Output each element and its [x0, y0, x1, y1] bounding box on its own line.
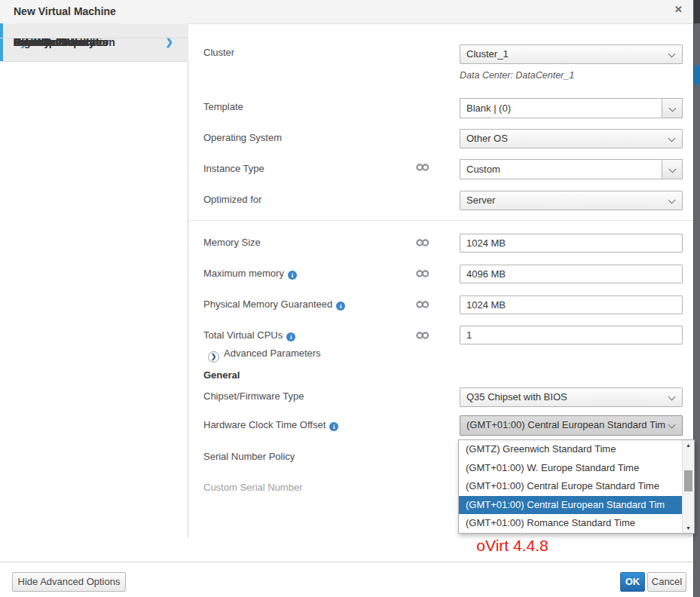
chain-link-icon: [416, 331, 429, 340]
advanced-parameters-expander[interactable]: ❯Advanced Parameters: [208, 347, 321, 363]
total-virtual-cpus-label-text: Total Virtual CPUs: [203, 329, 283, 341]
info-icon[interactable]: i: [288, 271, 297, 280]
chevron-circle-icon: ❯: [208, 351, 219, 363]
chipset-select[interactable]: Q35 Chipset with BIOS: [460, 387, 683, 407]
scroll-down-icon[interactable]: ▼: [683, 523, 694, 533]
maximum-memory-label: Maximum memoryi: [203, 268, 297, 280]
operating-system-select[interactable]: Other OS: [460, 129, 683, 148]
physical-memory-guaranteed-label-text: Physical Memory Guaranteed: [203, 298, 332, 310]
timezone-option[interactable]: (GMT+01:00) Central Europe Standard Time: [459, 477, 683, 496]
timezone-option[interactable]: (GMT+01:00) Romance Standard Time: [459, 514, 683, 533]
physical-memory-guaranteed-label: Physical Memory Guaranteedi: [203, 298, 345, 311]
operating-system-value: Other OS: [466, 133, 508, 144]
template-value: Blank | (0): [460, 99, 682, 118]
timezone-option[interactable]: (GMT+01:00) W. Europe Standard Time: [459, 459, 683, 478]
footer-divider: [0, 562, 693, 562]
instance-type-label: Instance Type: [203, 163, 264, 174]
chain-link-icon: [416, 163, 429, 172]
memory-size-input[interactable]: [460, 234, 683, 253]
cancel-button[interactable]: Cancel: [647, 572, 686, 592]
custom-serial-number-label: Custom Serial Number: [203, 482, 303, 493]
template-select[interactable]: Blank | (0): [460, 98, 683, 118]
operating-system-label: Operating System: [203, 132, 282, 143]
dropdown-scrollbar[interactable]: ▲ ▼: [682, 440, 694, 533]
optimized-for-value: Server: [466, 194, 495, 206]
ovirt-version-text: oVirt 4.4.8: [422, 537, 603, 555]
chain-link-icon: [416, 269, 429, 278]
chipset-label: Chipset/Firmware Type: [203, 390, 304, 402]
cluster-select[interactable]: Cluster_1: [460, 44, 683, 64]
new-vm-dialog: New Virtual Machine ✕ General System❯ In…: [0, 0, 700, 597]
chain-link-icon: [416, 300, 429, 309]
chain-link-icon: [416, 238, 429, 247]
general-section-title: General: [203, 369, 240, 381]
data-center-subtext: Data Center: DataCenter_1: [460, 70, 574, 81]
background-page-edge-top: [694, 0, 700, 23]
chipset-value: Q35 Chipset with BIOS: [466, 391, 567, 403]
section-divider: [188, 220, 693, 221]
timezone-option-selected[interactable]: (GMT+01:00) Central European Standard Ti…: [459, 496, 683, 515]
timezone-dropdown-list: (GMTZ) Greenwich Standard Time (GMT+01:0…: [458, 439, 695, 534]
cluster-label: Cluster: [203, 47, 234, 58]
total-virtual-cpus-label: Total Virtual CPUsi: [203, 329, 295, 341]
hardware-clock-label-text: Hardware Clock Time Offset: [203, 419, 326, 430]
chevron-down-icon: [668, 421, 676, 429]
instance-type-value: Custom: [460, 160, 682, 179]
memory-size-label: Memory Size: [203, 237, 261, 248]
hide-advanced-options-button[interactable]: Hide Advanced Options: [12, 572, 126, 592]
optimized-for-select[interactable]: Server: [460, 191, 683, 210]
cluster-value: Cluster_1: [466, 48, 509, 60]
advanced-parameters-label: Advanced Parameters: [224, 347, 321, 359]
info-icon[interactable]: i: [329, 422, 338, 431]
template-label: Template: [203, 101, 243, 112]
chevron-down-icon: [668, 393, 676, 401]
chevron-down-icon: [668, 51, 676, 58]
chevron-down-icon: [669, 105, 677, 112]
template-caret-button[interactable]: [662, 99, 682, 118]
chevron-down-icon: [668, 197, 676, 204]
scrollbar-thumb[interactable]: [684, 470, 692, 491]
info-icon[interactable]: i: [286, 332, 295, 341]
hardware-clock-select[interactable]: (GMT+01:00) Central European Standard Ti…: [460, 415, 683, 436]
maximum-memory-label-text: Maximum memory: [203, 268, 284, 279]
instance-type-select[interactable]: Custom: [460, 159, 683, 179]
info-icon[interactable]: i: [336, 302, 345, 311]
ok-button[interactable]: OK: [620, 572, 645, 592]
chevron-down-icon: [668, 135, 676, 142]
instance-type-caret-button[interactable]: [662, 160, 682, 179]
sidebar-filler: [0, 23, 188, 38]
serial-number-policy-label: Serial Number Policy: [203, 451, 295, 462]
total-virtual-cpus-input[interactable]: [460, 326, 683, 344]
dialog-title: New Virtual Machine: [14, 5, 116, 17]
optimized-for-label: Optimized for: [203, 194, 261, 205]
hardware-clock-value: (GMT+01:00) Central European Standard Ti…: [466, 419, 665, 430]
close-icon[interactable]: ✕: [674, 4, 683, 15]
chevron-down-icon: [669, 166, 677, 173]
hardware-clock-label: Hardware Clock Time Offseti: [203, 419, 338, 431]
maximum-memory-input[interactable]: [460, 265, 683, 283]
background-selected-row-sliver: [694, 66, 700, 84]
timezone-option[interactable]: (GMTZ) Greenwich Standard Time: [459, 440, 683, 459]
physical-memory-guaranteed-input[interactable]: [460, 295, 683, 314]
scroll-up-icon[interactable]: ▲: [683, 440, 694, 450]
dialog-sidebar: General System❯ Initial Run Console Host…: [0, 23, 188, 537]
